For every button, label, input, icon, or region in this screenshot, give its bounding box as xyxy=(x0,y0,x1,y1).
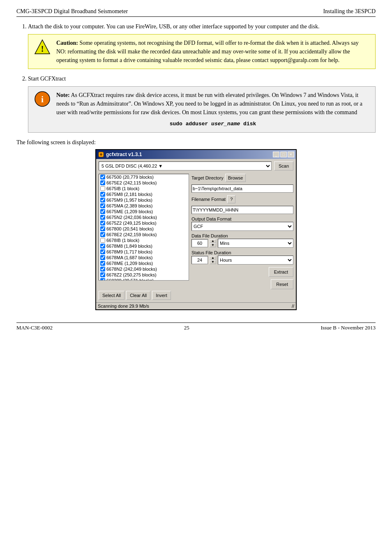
svg-text:!: ! xyxy=(41,44,44,53)
list-item-1: Attach the disk to your computer. You ca… xyxy=(28,23,376,69)
target-directory-row: Target Directory Browse xyxy=(191,174,293,182)
file-checkbox[interactable] xyxy=(100,209,105,214)
status-file-duration-input[interactable] xyxy=(191,256,208,264)
file-checkbox[interactable] xyxy=(100,198,105,203)
status-file-duration-row: ▲ ▼ Mins Hours Days xyxy=(191,256,293,265)
file-checkbox[interactable] xyxy=(100,238,105,243)
filename-help-button[interactable]: ? xyxy=(227,195,235,203)
sudo-command: sudo adduser user_name disk xyxy=(56,120,369,128)
extract-button[interactable]: Extract xyxy=(269,267,293,277)
file-label: 6678M8 (1,849 blocks) xyxy=(106,244,152,249)
file-checkbox[interactable] xyxy=(100,261,105,266)
data-file-duration-up[interactable]: ▲ xyxy=(210,239,216,243)
file-checkbox[interactable] xyxy=(100,232,105,237)
disc-selector[interactable]: 5 GSL DFD DISC (4,460.22 ▼ xyxy=(99,161,272,170)
data-file-duration-unit[interactable]: Mins Hours Days xyxy=(218,239,293,248)
file-item: 6678M8 (1,849 blocks) xyxy=(99,243,189,249)
file-checkbox[interactable] xyxy=(100,255,105,260)
note-icon: i xyxy=(34,91,51,107)
gcf-titlebar-controls[interactable]: _ □ ✕ xyxy=(273,152,294,157)
svg-point-5 xyxy=(100,153,102,156)
file-item: 667800 (20,541 blocks) xyxy=(99,226,189,232)
note-body: As GCFXtract requires raw disk device ac… xyxy=(56,92,362,115)
data-file-duration-input[interactable] xyxy=(191,239,208,247)
status-file-duration-spinner-btns[interactable]: ▲ ▼ xyxy=(210,256,216,264)
file-item: 6675MA (2,389 blocks) xyxy=(99,203,189,209)
file-label: 668200 (20,571 blocks) xyxy=(106,278,154,281)
data-file-duration-spinner-btns[interactable]: ▲ ▼ xyxy=(210,239,216,247)
file-item: 6678M9 (1,717 blocks) xyxy=(99,249,189,255)
file-item: 6675ME (1,209 blocks) xyxy=(99,209,189,214)
file-item: 6678ME (1,209 blocks) xyxy=(99,260,189,266)
gcf-body: 5 GSL DFD DISC (4,460.22 ▼ Scan 667500 (… xyxy=(96,159,296,302)
close-button[interactable]: ✕ xyxy=(288,152,294,157)
scan-button[interactable]: Scan xyxy=(274,161,293,170)
list-item-2-text: Start GCFXtract xyxy=(28,76,66,82)
caution-icon: ! xyxy=(34,39,51,55)
status-file-duration-unit[interactable]: Mins Hours Days xyxy=(218,256,293,265)
status-file-duration-section: Status File Duration ▲ ▼ Mins Hours Days xyxy=(191,250,293,265)
file-label: 6678ME (1,209 blocks) xyxy=(106,261,153,266)
data-file-duration-section: Data File Duration ▲ ▼ Mins Hours Days xyxy=(191,233,293,248)
gcf-main: 667500 (20,779 blocks)6675E2 (242,115 bl… xyxy=(99,174,293,289)
file-item: 6678MA (1,687 blocks) xyxy=(99,255,189,260)
target-path-row xyxy=(191,184,293,193)
gcf-titlebar-left: gcfxtract v1.3.1 xyxy=(98,151,142,158)
file-checkbox[interactable] xyxy=(100,249,105,254)
page-footer: MAN-C3E-0002 25 Issue B - November 2013 xyxy=(16,322,376,331)
file-label: 6678MA (1,687 blocks) xyxy=(106,255,153,260)
footer-center: 25 xyxy=(184,325,189,331)
file-item: 6678N2 (242,049 blocks) xyxy=(99,266,189,272)
filename-format-input[interactable] xyxy=(191,206,293,214)
gcf-title: gcfxtract v1.3.1 xyxy=(106,152,142,157)
file-label: 6675E2 (242,115 blocks) xyxy=(106,180,157,185)
data-file-duration-down[interactable]: ▼ xyxy=(210,243,216,247)
file-item: 6678Z2 (250,275 blocks) xyxy=(99,272,189,278)
file-checkbox[interactable] xyxy=(100,180,105,185)
file-checkbox[interactable] xyxy=(100,272,105,277)
maximize-button[interactable]: □ xyxy=(280,152,287,157)
file-label: 6678N2 (242,049 blocks) xyxy=(106,267,157,272)
file-list-panel[interactable]: 667500 (20,779 blocks)6675E2 (242,115 bl… xyxy=(99,174,189,281)
status-text: Scanning done 29.9 Mb/s xyxy=(98,304,149,309)
file-checkbox[interactable] xyxy=(100,244,105,249)
file-checkbox[interactable] xyxy=(100,221,105,226)
status-file-duration-up[interactable]: ▲ xyxy=(210,256,216,260)
file-checkbox[interactable] xyxy=(100,267,105,272)
caution-text: Caution: Some operating systems, not rec… xyxy=(56,39,369,64)
file-item: 6675IB (1 block) xyxy=(99,186,189,191)
file-item: 6675N2 (242,036 blocks) xyxy=(99,214,189,220)
file-checkbox[interactable] xyxy=(100,215,105,220)
invert-button[interactable]: Invert xyxy=(152,291,171,300)
data-file-duration-row: ▲ ▼ Mins Hours Days xyxy=(191,239,293,248)
note-box: i Note: As GCFXtract requires raw disk d… xyxy=(28,86,376,133)
file-checkbox[interactable] xyxy=(100,175,105,180)
file-label: 667800 (20,541 blocks) xyxy=(106,226,154,231)
file-label: 6678IB (1 block) xyxy=(106,238,139,243)
note-label: Note: xyxy=(56,92,70,98)
gcf-statusbar: Scanning done 29.9 Mb/s // xyxy=(96,302,296,309)
list-item-2: Start GCFXtract i Note: As GCFXtract req… xyxy=(28,76,376,133)
file-label: 6678M9 (1,717 blocks) xyxy=(106,249,152,254)
select-all-button[interactable]: Select All xyxy=(99,291,125,300)
status-file-duration-label: Status File Duration xyxy=(191,250,293,255)
output-format-select[interactable]: GCF xyxy=(191,222,293,231)
resize-icon: // xyxy=(292,304,294,309)
status-file-duration-down[interactable]: ▼ xyxy=(210,260,216,264)
clear-all-button[interactable]: Clear All xyxy=(126,291,150,300)
file-checkbox[interactable] xyxy=(100,226,105,231)
reset-button[interactable]: Reset xyxy=(271,279,293,289)
file-checkbox[interactable] xyxy=(100,203,105,208)
file-label: 6678E2 (242,159 blocks) xyxy=(106,232,157,237)
file-item: 6675M8 (2,181 blocks) xyxy=(99,191,189,197)
gcf-bottom-row: Select All Clear All Invert xyxy=(99,291,293,300)
file-checkbox[interactable] xyxy=(100,192,105,197)
caution-box: ! Caution: Some operating systems, not r… xyxy=(28,34,376,69)
file-item: 6678E2 (242,159 blocks) xyxy=(99,232,189,237)
target-path-input[interactable] xyxy=(191,184,293,193)
minimize-button[interactable]: _ xyxy=(273,152,279,157)
file-checkbox[interactable] xyxy=(100,186,105,191)
file-checkbox[interactable] xyxy=(100,278,105,281)
target-label: Target Directory xyxy=(191,175,224,180)
browse-button[interactable]: Browse xyxy=(225,174,246,182)
